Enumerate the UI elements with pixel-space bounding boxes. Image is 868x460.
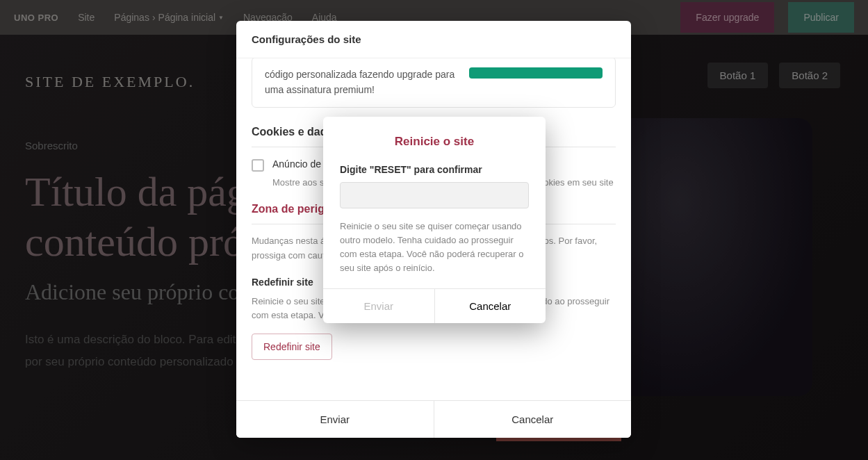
reset-confirm-body: Reinicie o site Digite "RESET" para conf…	[323, 117, 546, 288]
settings-modal-title: Configurações do site	[236, 21, 631, 58]
upgrade-promo-text: código personalizada fazendo upgrade par…	[265, 67, 459, 97]
reset-confirm-title: Reinicie o site	[340, 135, 529, 149]
reset-confirm-input[interactable]	[340, 182, 529, 208]
settings-cancel-button[interactable]: Cancelar	[434, 401, 632, 438]
settings-modal-footer: Enviar Cancelar	[236, 400, 631, 438]
reset-confirm-submit-button[interactable]: Enviar	[323, 289, 435, 323]
reset-confirm-desc: Reinicie o seu site se quiser começar us…	[340, 220, 529, 276]
cookies-announcement-checkbox[interactable]	[252, 159, 264, 172]
upgrade-promo-cta[interactable]	[469, 67, 603, 79]
reset-site-button[interactable]: Redefinir site	[252, 334, 332, 360]
reset-confirm-dialog: Reinicie o site Digite "RESET" para conf…	[323, 117, 546, 323]
reset-confirm-footer: Enviar Cancelar	[323, 288, 546, 323]
reset-confirm-label: Digite "RESET" para confirmar	[340, 164, 529, 175]
settings-submit-button[interactable]: Enviar	[236, 401, 434, 438]
reset-confirm-cancel-button[interactable]: Cancelar	[435, 289, 546, 323]
upgrade-promo-box: código personalizada fazendo upgrade par…	[252, 58, 616, 108]
